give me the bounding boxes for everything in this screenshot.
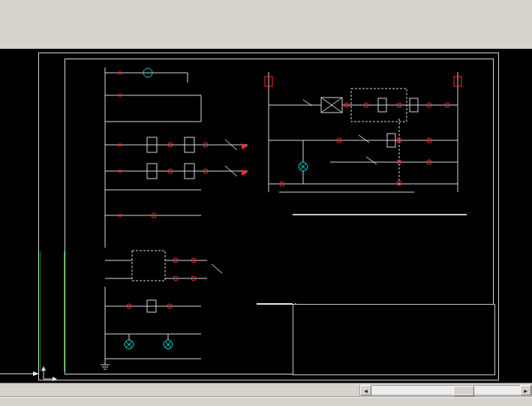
horizontal-scrollbar[interactable]: ◀ ▶: [359, 385, 532, 395]
left-circuit-wires: [101, 68, 248, 369]
equipment-table: [293, 214, 467, 215]
signature-margin-strip: [40, 251, 65, 371]
drawing-canvas[interactable]: [0, 49, 532, 383]
menu-bar: [0, 0, 532, 15]
object-properties-toolbar: [0, 31, 532, 50]
autocad-window: ◀ ▶: [0, 0, 532, 406]
left-relay-coils: [147, 137, 194, 312]
indicator-lamps: [125, 68, 308, 349]
logic-gate-box: [132, 251, 165, 281]
standard-toolbar: [0, 14, 532, 32]
scroll-right-button[interactable]: ▶: [520, 385, 531, 395]
title-block: [293, 304, 495, 375]
right-circuit-wires: [269, 72, 458, 192]
ct-dots: [119, 71, 248, 217]
scrollbar-thumb[interactable]: [453, 386, 474, 396]
scroll-left-button[interactable]: ◀: [360, 385, 371, 395]
layout-tab-bar: ◀ ▶: [0, 383, 532, 397]
command-line-strip[interactable]: [0, 396, 532, 406]
